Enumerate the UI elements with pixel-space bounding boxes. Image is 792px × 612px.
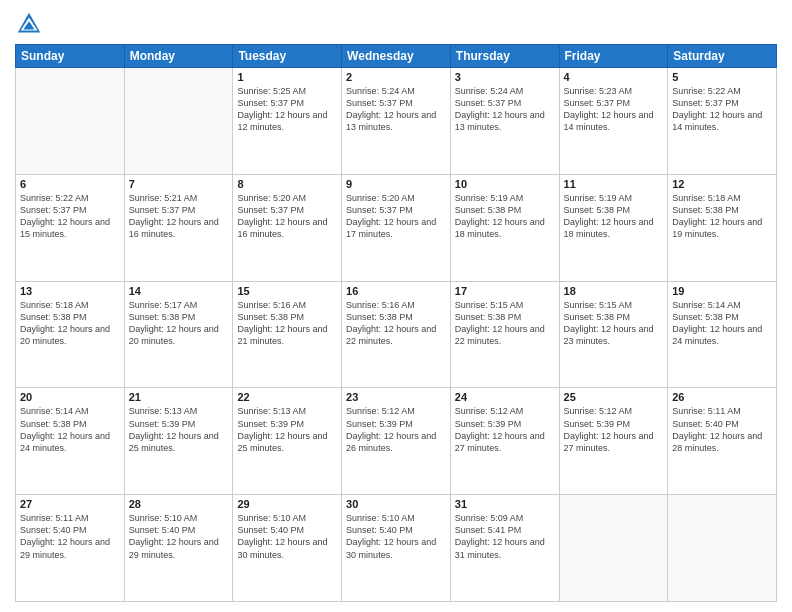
day-info: Sunrise: 5:20 AMSunset: 5:37 PMDaylight:… [237,192,337,241]
day-info: Sunrise: 5:17 AMSunset: 5:38 PMDaylight:… [129,299,229,348]
col-wednesday: Wednesday [342,45,451,68]
page: Sunday Monday Tuesday Wednesday Thursday… [0,0,792,612]
day-cell: 8Sunrise: 5:20 AMSunset: 5:37 PMDaylight… [233,174,342,281]
day-info: Sunrise: 5:24 AMSunset: 5:37 PMDaylight:… [346,85,446,134]
day-info: Sunrise: 5:18 AMSunset: 5:38 PMDaylight:… [672,192,772,241]
day-info: Sunrise: 5:18 AMSunset: 5:38 PMDaylight:… [20,299,120,348]
day-cell: 17Sunrise: 5:15 AMSunset: 5:38 PMDayligh… [450,281,559,388]
day-info: Sunrise: 5:15 AMSunset: 5:38 PMDaylight:… [564,299,664,348]
day-info: Sunrise: 5:13 AMSunset: 5:39 PMDaylight:… [129,405,229,454]
col-tuesday: Tuesday [233,45,342,68]
calendar-header-row: Sunday Monday Tuesday Wednesday Thursday… [16,45,777,68]
day-cell: 4Sunrise: 5:23 AMSunset: 5:37 PMDaylight… [559,68,668,175]
day-number: 24 [455,391,555,403]
day-number: 7 [129,178,229,190]
day-info: Sunrise: 5:24 AMSunset: 5:37 PMDaylight:… [455,85,555,134]
week-row-2: 6Sunrise: 5:22 AMSunset: 5:37 PMDaylight… [16,174,777,281]
day-cell: 7Sunrise: 5:21 AMSunset: 5:37 PMDaylight… [124,174,233,281]
day-number: 29 [237,498,337,510]
day-info: Sunrise: 5:21 AMSunset: 5:37 PMDaylight:… [129,192,229,241]
day-info: Sunrise: 5:14 AMSunset: 5:38 PMDaylight:… [20,405,120,454]
day-number: 1 [237,71,337,83]
day-info: Sunrise: 5:22 AMSunset: 5:37 PMDaylight:… [672,85,772,134]
header [15,10,777,38]
day-info: Sunrise: 5:11 AMSunset: 5:40 PMDaylight:… [672,405,772,454]
day-info: Sunrise: 5:12 AMSunset: 5:39 PMDaylight:… [346,405,446,454]
day-number: 20 [20,391,120,403]
day-cell: 25Sunrise: 5:12 AMSunset: 5:39 PMDayligh… [559,388,668,495]
day-number: 14 [129,285,229,297]
day-number: 3 [455,71,555,83]
day-info: Sunrise: 5:23 AMSunset: 5:37 PMDaylight:… [564,85,664,134]
day-cell: 10Sunrise: 5:19 AMSunset: 5:38 PMDayligh… [450,174,559,281]
day-cell: 19Sunrise: 5:14 AMSunset: 5:38 PMDayligh… [668,281,777,388]
day-number: 27 [20,498,120,510]
day-number: 10 [455,178,555,190]
day-info: Sunrise: 5:12 AMSunset: 5:39 PMDaylight:… [455,405,555,454]
day-info: Sunrise: 5:09 AMSunset: 5:41 PMDaylight:… [455,512,555,561]
week-row-5: 27Sunrise: 5:11 AMSunset: 5:40 PMDayligh… [16,495,777,602]
day-cell: 1Sunrise: 5:25 AMSunset: 5:37 PMDaylight… [233,68,342,175]
day-number: 18 [564,285,664,297]
day-number: 23 [346,391,446,403]
day-cell: 26Sunrise: 5:11 AMSunset: 5:40 PMDayligh… [668,388,777,495]
day-cell: 5Sunrise: 5:22 AMSunset: 5:37 PMDaylight… [668,68,777,175]
week-row-1: 1Sunrise: 5:25 AMSunset: 5:37 PMDaylight… [16,68,777,175]
day-number: 4 [564,71,664,83]
day-number: 5 [672,71,772,83]
day-number: 19 [672,285,772,297]
day-info: Sunrise: 5:19 AMSunset: 5:38 PMDaylight:… [455,192,555,241]
day-info: Sunrise: 5:10 AMSunset: 5:40 PMDaylight:… [346,512,446,561]
day-info: Sunrise: 5:16 AMSunset: 5:38 PMDaylight:… [237,299,337,348]
day-number: 16 [346,285,446,297]
col-sunday: Sunday [16,45,125,68]
day-cell [124,68,233,175]
day-info: Sunrise: 5:16 AMSunset: 5:38 PMDaylight:… [346,299,446,348]
day-cell: 20Sunrise: 5:14 AMSunset: 5:38 PMDayligh… [16,388,125,495]
day-number: 21 [129,391,229,403]
day-cell [559,495,668,602]
day-cell: 24Sunrise: 5:12 AMSunset: 5:39 PMDayligh… [450,388,559,495]
day-number: 17 [455,285,555,297]
day-info: Sunrise: 5:13 AMSunset: 5:39 PMDaylight:… [237,405,337,454]
day-number: 9 [346,178,446,190]
calendar-table: Sunday Monday Tuesday Wednesday Thursday… [15,44,777,602]
day-cell: 11Sunrise: 5:19 AMSunset: 5:38 PMDayligh… [559,174,668,281]
day-cell: 27Sunrise: 5:11 AMSunset: 5:40 PMDayligh… [16,495,125,602]
day-info: Sunrise: 5:10 AMSunset: 5:40 PMDaylight:… [129,512,229,561]
day-info: Sunrise: 5:11 AMSunset: 5:40 PMDaylight:… [20,512,120,561]
day-cell: 3Sunrise: 5:24 AMSunset: 5:37 PMDaylight… [450,68,559,175]
day-number: 25 [564,391,664,403]
day-cell: 31Sunrise: 5:09 AMSunset: 5:41 PMDayligh… [450,495,559,602]
day-number: 30 [346,498,446,510]
day-cell: 21Sunrise: 5:13 AMSunset: 5:39 PMDayligh… [124,388,233,495]
week-row-4: 20Sunrise: 5:14 AMSunset: 5:38 PMDayligh… [16,388,777,495]
logo [15,10,47,38]
day-info: Sunrise: 5:19 AMSunset: 5:38 PMDaylight:… [564,192,664,241]
day-cell: 16Sunrise: 5:16 AMSunset: 5:38 PMDayligh… [342,281,451,388]
day-info: Sunrise: 5:14 AMSunset: 5:38 PMDaylight:… [672,299,772,348]
logo-icon [15,10,43,38]
day-number: 11 [564,178,664,190]
day-cell: 14Sunrise: 5:17 AMSunset: 5:38 PMDayligh… [124,281,233,388]
day-info: Sunrise: 5:25 AMSunset: 5:37 PMDaylight:… [237,85,337,134]
week-row-3: 13Sunrise: 5:18 AMSunset: 5:38 PMDayligh… [16,281,777,388]
day-number: 28 [129,498,229,510]
day-cell: 30Sunrise: 5:10 AMSunset: 5:40 PMDayligh… [342,495,451,602]
day-cell [16,68,125,175]
day-cell [668,495,777,602]
day-cell: 28Sunrise: 5:10 AMSunset: 5:40 PMDayligh… [124,495,233,602]
day-cell: 9Sunrise: 5:20 AMSunset: 5:37 PMDaylight… [342,174,451,281]
day-number: 6 [20,178,120,190]
day-number: 26 [672,391,772,403]
col-saturday: Saturday [668,45,777,68]
day-cell: 29Sunrise: 5:10 AMSunset: 5:40 PMDayligh… [233,495,342,602]
day-cell: 15Sunrise: 5:16 AMSunset: 5:38 PMDayligh… [233,281,342,388]
day-cell: 2Sunrise: 5:24 AMSunset: 5:37 PMDaylight… [342,68,451,175]
day-info: Sunrise: 5:20 AMSunset: 5:37 PMDaylight:… [346,192,446,241]
day-info: Sunrise: 5:10 AMSunset: 5:40 PMDaylight:… [237,512,337,561]
day-info: Sunrise: 5:22 AMSunset: 5:37 PMDaylight:… [20,192,120,241]
day-number: 12 [672,178,772,190]
col-thursday: Thursday [450,45,559,68]
day-number: 22 [237,391,337,403]
